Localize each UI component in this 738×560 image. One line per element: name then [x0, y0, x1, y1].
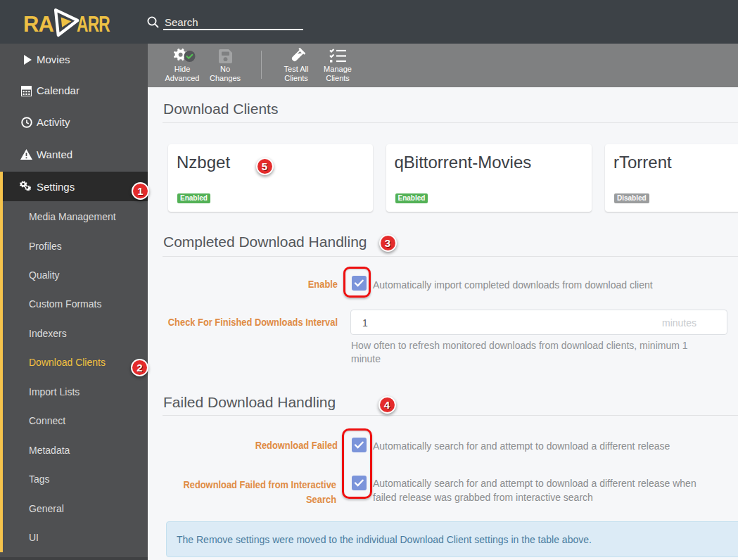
svg-text:ARR: ARR — [77, 12, 110, 37]
svg-text:RA: RA — [23, 12, 53, 37]
